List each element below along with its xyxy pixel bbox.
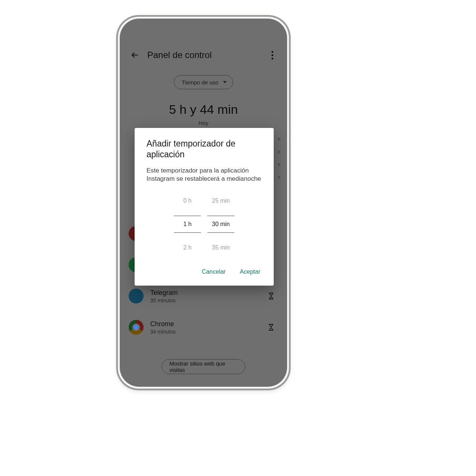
hours-column[interactable]: 0 h 1 h 2 h	[174, 193, 201, 256]
cancel-button[interactable]: Cancelar	[200, 266, 227, 278]
accept-button[interactable]: Aceptar	[238, 266, 262, 278]
dialog-body: Este temporizador para la aplicación Ins…	[147, 167, 262, 183]
hours-prev: 0 h	[183, 193, 192, 209]
minutes-column[interactable]: 25 min 30 min 35 min	[208, 193, 234, 256]
minutes-selected: 30 min	[212, 216, 230, 232]
phone-frame: Panel de control Tiempo de uso 5 h y 44 …	[118, 17, 289, 389]
dialog-title: Añadir temporizador de aplicación	[147, 138, 262, 160]
time-picker[interactable]: 0 h 1 h 2 h 25 min 30 min 35 min	[147, 193, 262, 256]
hours-next: 2 h	[183, 239, 192, 256]
hours-selected: 1 h	[183, 216, 192, 232]
timer-dialog: Añadir temporizador de aplicación Este t…	[135, 128, 274, 286]
minutes-prev: 25 min	[212, 193, 230, 209]
minutes-next: 35 min	[212, 239, 230, 256]
